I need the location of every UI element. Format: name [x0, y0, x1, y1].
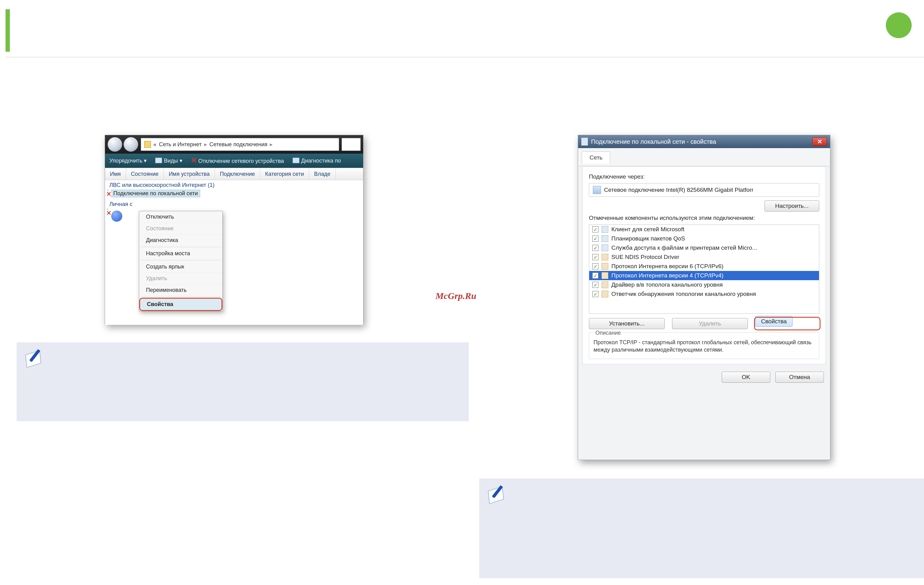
- dialog-body: Подключение через: Сетевое подключение I…: [582, 166, 826, 364]
- views-label: Виды: [164, 158, 178, 164]
- ctx-sep: [141, 247, 221, 247]
- column-headers: Имя Состояние Имя устройства Подключение…: [105, 168, 363, 180]
- item-label: Протокол Интернета версии 6 (TCP/IPv6): [611, 263, 723, 270]
- folder-icon: [144, 141, 151, 148]
- service-icon: [602, 235, 608, 242]
- properties-button[interactable]: Свойства: [755, 316, 792, 327]
- watermark: McGrp.Ru: [436, 291, 477, 300]
- cancel-button[interactable]: Отмена: [775, 372, 824, 383]
- col-status[interactable]: Состояние: [126, 168, 164, 180]
- nav-forward-button[interactable]: [124, 137, 138, 152]
- col-name[interactable]: Имя: [105, 168, 126, 180]
- breadcrumb-prefix: «: [153, 141, 157, 148]
- adapter-name: Сетевое подключение Intel(R) 82566MM Gig…: [604, 186, 753, 193]
- item-label: Служба доступа к файлам и принтерам сете…: [611, 244, 757, 251]
- col-conn[interactable]: Подключение: [215, 168, 260, 180]
- nic-icon: [107, 190, 108, 195]
- address-bar[interactable]: « Сеть и Интернет ▸ Сетевые подключения …: [141, 138, 339, 151]
- breadcrumb-0[interactable]: Сеть и Интернет: [159, 141, 202, 148]
- note-left: [16, 343, 469, 421]
- item-label: Протокол Интернета версии 4 (TCP/IPv4): [611, 272, 723, 279]
- close-button[interactable]: ✕: [812, 137, 827, 146]
- properties-dialog: Подключение по локальной сети - свойства…: [578, 135, 830, 460]
- dialog-title-icon: [581, 138, 588, 146]
- note-icon: [487, 484, 506, 503]
- ctx-bridge[interactable]: Настройка моста: [139, 248, 223, 260]
- note-right: [479, 478, 924, 578]
- checkbox[interactable]: ✓: [592, 254, 599, 260]
- col-device[interactable]: Имя устройства: [164, 168, 215, 180]
- explorer-titlebar: « Сеть и Интернет ▸ Сетевые подключения …: [105, 135, 363, 154]
- checkbox[interactable]: ✓: [592, 272, 599, 278]
- views-icon: [155, 158, 162, 163]
- list-item[interactable]: ✓Служба доступа к файлам и принтерам сет…: [589, 243, 819, 252]
- views-menu[interactable]: Виды: [155, 157, 182, 164]
- checkbox[interactable]: ✓: [592, 226, 599, 232]
- disable-device-button[interactable]: Отключение сетевого устройства: [191, 157, 284, 165]
- checkbox[interactable]: ✓: [592, 282, 599, 288]
- item-label: SUE NDIS Protocol Driver: [611, 254, 680, 260]
- ctx-rename[interactable]: Переименовать: [139, 285, 223, 296]
- connection-item-lan[interactable]: Подключение по локальной сети: [105, 189, 363, 198]
- corner-dot: [886, 12, 912, 38]
- uninstall-button: Удалить: [672, 318, 748, 329]
- checkbox[interactable]: ✓: [592, 291, 599, 297]
- list-item[interactable]: ✓Клиент для сетей Microsoft: [589, 225, 819, 234]
- list-item[interactable]: ✓Ответчик обнаружения топологии канально…: [589, 289, 819, 299]
- adapter-icon: [593, 186, 601, 194]
- ctx-disable[interactable]: Отключить: [139, 211, 223, 223]
- install-button[interactable]: Установить...: [589, 318, 665, 329]
- nic-icon: [107, 208, 108, 214]
- ctx-delete: Удалить: [139, 273, 223, 285]
- ctx-diagnose[interactable]: Диагностика: [139, 235, 223, 246]
- search-input[interactable]: [342, 138, 361, 151]
- disable-label: Отключение сетевого устройства: [198, 158, 284, 164]
- top-rule: [5, 57, 924, 58]
- tab-strip: Сеть: [578, 148, 830, 166]
- monitor-icon: [293, 158, 299, 163]
- list-item[interactable]: ✓Протокол Интернета версии 6 (TCP/IPv6): [589, 262, 819, 271]
- description-fieldset: Описание Протокол TCP/IP - стандартный п…: [589, 332, 819, 359]
- item-label: Планировщик пакетов QoS: [611, 235, 685, 242]
- protocol-icon: [602, 291, 608, 297]
- ok-button[interactable]: OK: [722, 372, 770, 383]
- ctx-properties[interactable]: Свойства: [139, 298, 223, 311]
- list-item[interactable]: ✓SUE NDIS Protocol Driver: [589, 252, 819, 262]
- explorer-window: « Сеть и Интернет ▸ Сетевые подключения …: [105, 135, 363, 325]
- diagnose-label: Диагностика по: [301, 158, 341, 164]
- description-text: Протокол TCP/IP - стандартный протокол г…: [594, 339, 815, 354]
- description-legend: Описание: [594, 330, 623, 336]
- list-item[interactable]: ✓Планировщик пакетов QoS: [589, 234, 819, 243]
- explorer-body: ЛВС или высокоскоростной Интернет (1) По…: [105, 180, 363, 325]
- checkbox[interactable]: ✓: [592, 263, 599, 269]
- col-category[interactable]: Категория сети: [260, 168, 309, 180]
- list-item-ipv4[interactable]: ✓Протокол Интернета версии 4 (TCP/IPv4): [589, 271, 819, 280]
- explorer-toolbar: Упорядочить Виды Отключение сетевого уст…: [105, 154, 363, 168]
- protocol-icon: [602, 282, 608, 288]
- dialog-action-row: OK Отмена: [578, 369, 830, 388]
- components-label: Отмеченные компоненты используются этим …: [589, 214, 819, 221]
- configure-button[interactable]: Настроить...: [764, 201, 819, 211]
- nav-back-button[interactable]: [107, 137, 122, 152]
- note-icon: [24, 348, 43, 367]
- breadcrumb-1[interactable]: Сетевые подключения: [210, 141, 268, 148]
- checkbox[interactable]: ✓: [592, 236, 599, 242]
- organize-menu[interactable]: Упорядочить: [109, 157, 147, 164]
- group-header-personal[interactable]: Личная с: [105, 199, 363, 208]
- checkbox[interactable]: ✓: [592, 245, 599, 251]
- group-header[interactable]: ЛВС или высокоскоростной Интернет (1): [105, 180, 363, 189]
- tab-network[interactable]: Сеть: [582, 152, 610, 164]
- nic-icon-wrap: [107, 190, 108, 195]
- connect-using-label: Подключение через:: [589, 173, 819, 180]
- list-item[interactable]: ✓Драйвер в/в тополога канального уровня: [589, 280, 819, 289]
- dialog-title: Подключение по локальной сети - свойства: [591, 138, 716, 145]
- col-owner[interactable]: Владе: [309, 168, 336, 180]
- component-buttons: Установить... Удалить Свойства: [589, 318, 819, 329]
- context-menu: Отключить Состояние Диагностика Настройк…: [139, 211, 223, 311]
- ctx-shortcut[interactable]: Создать ярлык: [139, 261, 223, 273]
- configure-row: Настроить...: [589, 201, 819, 211]
- dialog-titlebar: Подключение по локальной сети - свойства…: [578, 135, 830, 148]
- diagnose-button[interactable]: Диагностика по: [293, 158, 341, 164]
- adapter-field: Сетевое подключение Intel(R) 82566MM Gig…: [589, 183, 819, 197]
- connection-label: Подключение по локальной сети: [111, 190, 200, 197]
